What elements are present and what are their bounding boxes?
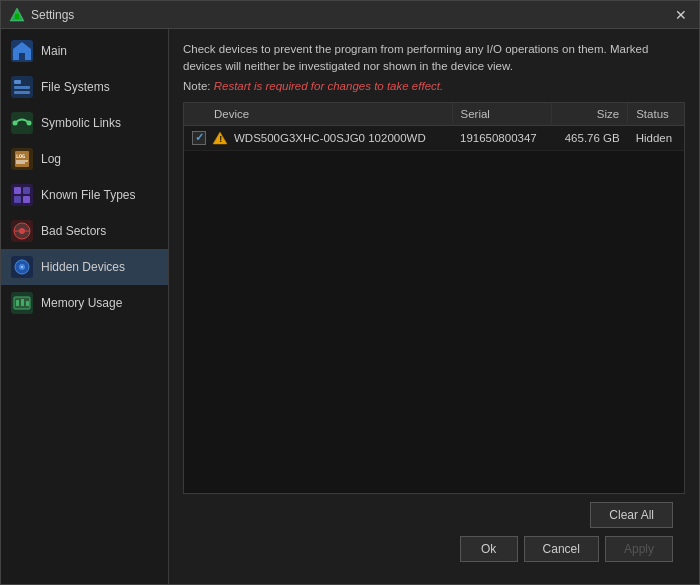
device-cell: ! WDS500G3XHC-00SJG0 102000WD — [184, 125, 452, 150]
note-prefix: Note: — [183, 80, 214, 92]
sidebar-item-symbolic-links[interactable]: Symbolic Links — [1, 105, 168, 141]
sidebar-item-log[interactable]: LOG Log — [1, 141, 168, 177]
svg-point-30 — [21, 266, 23, 268]
svg-rect-35 — [26, 301, 29, 306]
sidebar-label-symbolic-links: Symbolic Links — [41, 116, 121, 130]
log-icon: LOG — [11, 148, 33, 170]
bad-sectors-icon — [11, 220, 33, 242]
ok-button[interactable]: Ok — [460, 536, 518, 562]
svg-rect-8 — [14, 86, 30, 89]
window-title: Settings — [31, 8, 74, 22]
warning-icon: ! — [212, 131, 228, 145]
svg-rect-5 — [19, 53, 25, 60]
titlebar-left: Settings — [9, 7, 74, 23]
device-table: Device Serial Size Status — [184, 103, 684, 151]
sidebar-label-known-file-types: Known File Types — [41, 188, 136, 202]
svg-rect-33 — [16, 300, 19, 306]
file-systems-icon — [11, 76, 33, 98]
sidebar-item-known-file-types[interactable]: Known File Types — [1, 177, 168, 213]
sidebar-label-log: Log — [41, 152, 61, 166]
device-table-container: Device Serial Size Status — [183, 102, 685, 495]
symbolic-links-icon — [11, 112, 33, 134]
col-serial: Serial — [452, 103, 552, 126]
svg-rect-20 — [23, 187, 30, 194]
sidebar-item-hidden-devices[interactable]: Hidden Devices — [1, 249, 168, 285]
sidebar-item-bad-sectors[interactable]: Bad Sectors — [1, 213, 168, 249]
svg-rect-21 — [14, 196, 21, 203]
app-icon — [9, 7, 25, 23]
device-name: WDS500G3XHC-00SJG0 102000WD — [234, 132, 426, 144]
svg-rect-22 — [23, 196, 30, 203]
sidebar-item-main[interactable]: Main — [1, 33, 168, 69]
content-area: Main File Systems — [1, 29, 699, 584]
titlebar: Settings ✕ — [1, 1, 699, 29]
size-cell: 465.76 GB — [552, 125, 628, 150]
known-file-types-icon — [11, 184, 33, 206]
svg-point-12 — [27, 121, 32, 126]
hidden-devices-icon — [11, 256, 33, 278]
memory-usage-icon — [11, 292, 33, 314]
col-status: Status — [628, 103, 684, 126]
sidebar-label-file-systems: File Systems — [41, 80, 110, 94]
table-header-row: Device Serial Size Status — [184, 103, 684, 126]
sidebar-label-hidden-devices: Hidden Devices — [41, 260, 125, 274]
table-row: ! WDS500G3XHC-00SJG0 102000WD 1916508003… — [184, 125, 684, 150]
sidebar-item-memory-usage[interactable]: Memory Usage — [1, 285, 168, 321]
svg-rect-34 — [21, 299, 24, 306]
note-red-text: Restart is required for changes to take … — [214, 80, 443, 92]
note-line: Note: Restart is required for changes to… — [183, 80, 685, 92]
svg-rect-7 — [14, 80, 21, 84]
apply-button[interactable]: Apply — [605, 536, 673, 562]
svg-text:LOG: LOG — [16, 153, 25, 159]
col-size: Size — [552, 103, 628, 126]
svg-rect-2 — [15, 14, 19, 19]
sidebar-label-bad-sectors: Bad Sectors — [41, 224, 106, 238]
main-panel: Check devices to prevent the program fro… — [169, 29, 699, 584]
footer-buttons: Ok Cancel Apply — [195, 536, 673, 572]
description-text: Check devices to prevent the program fro… — [183, 41, 685, 76]
settings-window: Settings ✕ Main — [0, 0, 700, 585]
serial-cell: 191650800347 — [452, 125, 552, 150]
sidebar: Main File Systems — [1, 29, 169, 584]
sidebar-item-file-systems[interactable]: File Systems — [1, 69, 168, 105]
svg-rect-19 — [14, 187, 21, 194]
bottom-bar: Clear All Ok Cancel Apply — [183, 494, 685, 572]
status-cell: Hidden — [628, 125, 684, 150]
device-checkbox[interactable] — [192, 131, 206, 145]
device-cell-left: ! WDS500G3XHC-00SJG0 102000WD — [192, 131, 444, 145]
cancel-button[interactable]: Cancel — [524, 536, 599, 562]
svg-rect-9 — [14, 91, 30, 94]
clear-all-button[interactable]: Clear All — [590, 502, 673, 528]
sidebar-label-memory-usage: Memory Usage — [41, 296, 122, 310]
col-device: Device — [184, 103, 452, 126]
close-button[interactable]: ✕ — [671, 5, 691, 25]
main-icon — [11, 40, 33, 62]
clear-all-row: Clear All — [195, 502, 673, 528]
sidebar-label-main: Main — [41, 44, 67, 58]
svg-point-11 — [13, 121, 18, 126]
svg-text:!: ! — [219, 134, 222, 144]
